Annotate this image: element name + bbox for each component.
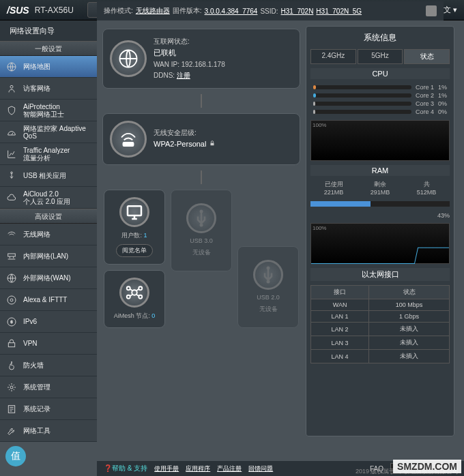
svg-point-18 <box>127 286 130 290</box>
sidebar-item[interactable]: 网络地图 <box>0 56 97 78</box>
eth-row: LAN 2未插入 <box>311 323 450 336</box>
sidebar-item[interactable]: Alexa & IFTTT <box>0 289 97 311</box>
aimesh-card[interactable]: AiMesh 节点: 0 <box>104 270 165 328</box>
usb20-card[interactable]: USB 2.0 无设备 <box>237 246 299 328</box>
internet-status-label: 互联网状态: <box>154 38 190 45</box>
eth-port: LAN 4 <box>311 350 369 363</box>
svg-rect-15 <box>210 143 214 145</box>
sidebar-item[interactable]: 6IPv6 <box>0 311 97 333</box>
sidebar-item-label: 外部网络(WAN) <box>23 274 71 282</box>
wifi-icon <box>5 228 18 241</box>
sidebar-item-label: 系统记录 <box>23 405 50 413</box>
mesh-icon <box>119 278 149 308</box>
eth-row: LAN 11 Gbps <box>311 311 450 323</box>
internet-card[interactable]: 互联网状态: 已联机 WAN IP: 192.168.1.178 DDNS: 注… <box>102 29 300 89</box>
eth-status: 未插入 <box>369 350 450 363</box>
sidebar-item[interactable]: 防火墙 <box>0 355 97 376</box>
tab-24ghz[interactable]: 2.4GHz <box>310 49 356 64</box>
sidebar-item[interactable]: AiCloud 2.0 个人云 2.0 应用 <box>0 187 97 209</box>
core-name: Core 2 <box>416 92 434 99</box>
sidebar-section-general: 一般设置 <box>0 41 97 56</box>
usb30-status: 无设备 <box>192 248 211 257</box>
usb30-card[interactable]: USB 3.0 无设备 <box>171 190 232 271</box>
sidebar-item-label: AiProtection 智能网络卫士 <box>23 103 64 118</box>
log-icon <box>5 403 18 415</box>
sidebar-item[interactable]: 系统管理 <box>0 376 97 398</box>
security-label: 无线安全层级: <box>154 128 216 138</box>
ssid1-link[interactable]: H31_702N <box>281 8 314 15</box>
svg-point-2 <box>10 85 13 88</box>
ssid2-link[interactable]: H31_702N_5G <box>316 8 362 15</box>
aimesh-label: AiMesh 节点: <box>114 312 150 319</box>
sidebar-item[interactable]: 网络监控家 Adaptive QoS <box>0 121 97 143</box>
sidebar-item[interactable]: 网络工具 <box>0 420 97 442</box>
eth-port: LAN 1 <box>311 311 369 323</box>
guest-icon <box>5 83 18 95</box>
eth-port: LAN 2 <box>311 323 369 336</box>
footer-manual[interactable]: 使用手册 <box>154 464 179 473</box>
wan-label: WAN IP: <box>154 61 179 68</box>
footer-register[interactable]: 产品注册 <box>217 464 242 473</box>
eth-row: LAN 3未插入 <box>311 336 450 350</box>
lan-icon <box>5 250 18 263</box>
tab-status[interactable]: 状态 <box>404 49 450 64</box>
sidebar-item[interactable]: AiProtection 智能网络卫士 <box>0 100 97 121</box>
footer-app[interactable]: 应用程序 <box>186 464 210 473</box>
clients-card[interactable]: 用户数: 1 阅览名单 <box>104 190 165 265</box>
sidebar-item-label: USB 相关应用 <box>23 172 66 179</box>
watermark: SMZDM.COM <box>393 460 461 473</box>
eth-status: 未插入 <box>369 336 450 350</box>
fw-link[interactable]: 3.0.0.4.384_7764 <box>205 8 258 15</box>
svg-rect-16 <box>128 206 141 215</box>
mode-link[interactable]: 无线路由器 <box>136 6 170 16</box>
sidebar-item[interactable]: 外部网络(WAN) <box>0 267 97 289</box>
clients-label: 用户数: <box>121 232 142 239</box>
wan-ip: 192.168.1.178 <box>182 61 225 68</box>
ddns-link[interactable]: 注册 <box>177 72 190 79</box>
sidebar-section-advanced: 高级设置 <box>0 209 97 224</box>
svg-point-25 <box>267 280 270 284</box>
sidebar-item[interactable]: 访客网络 <box>0 78 97 100</box>
sidebar-wizard[interactable]: 网络设置向导 <box>0 20 97 41</box>
tab-5ghz[interactable]: 5GHz <box>358 49 403 64</box>
ddns-label: DDNS: <box>154 72 175 79</box>
wizard-label: 网络设置向导 <box>10 26 55 36</box>
meter-icon <box>5 126 18 138</box>
router-icon <box>110 121 147 158</box>
ram-title: RAM <box>310 165 450 176</box>
core-row: Core 11% <box>310 83 450 91</box>
core-row: Core 21% <box>310 91 450 100</box>
sidebar-item-label: 网络地图 <box>23 63 50 70</box>
ram-graph: 100% <box>310 223 450 264</box>
internet-status: 已联机 <box>154 47 225 59</box>
svg-point-21 <box>139 295 142 298</box>
view-list-button[interactable]: 阅览名单 <box>116 244 153 257</box>
sidebar-item-label: 网络监控家 Adaptive QoS <box>23 125 86 140</box>
tool-icon <box>5 425 18 437</box>
monitor-icon <box>119 197 149 227</box>
help-link[interactable]: ❓帮助 & 支持 <box>104 464 147 473</box>
globe-icon <box>110 40 147 77</box>
usb-icon <box>253 260 283 290</box>
sidebar-item-label: 系统管理 <box>23 383 50 391</box>
tool-icon[interactable] <box>426 5 437 16</box>
ram-total-label: 共 <box>417 180 437 189</box>
cloud-icon <box>5 192 18 204</box>
sidebar-item[interactable]: 内部网络(LAN) <box>0 246 97 267</box>
sidebar-item[interactable]: Traffic Analyzer 流量分析 <box>0 143 97 165</box>
core-pct: 1% <box>438 84 447 91</box>
sidebar-item-label: IPv6 <box>23 318 37 325</box>
footer-feedback[interactable]: 回馈问题 <box>248 464 273 473</box>
sidebar-item-label: Traffic Analyzer 流量分析 <box>23 147 70 162</box>
eth-port: WAN <box>311 299 369 311</box>
sidebar-item[interactable]: VPN <box>0 333 97 355</box>
sidebar-item[interactable]: 系统记录 <box>0 398 97 420</box>
security-card[interactable]: 无线安全层级: WPA2-Personal <box>102 113 300 165</box>
sidebar-item[interactable]: 无线网络 <box>0 224 97 246</box>
sidebar-item[interactable]: USB 相关应用 <box>0 165 97 187</box>
eth-status: 1 Gbps <box>369 311 450 323</box>
usb-icon <box>186 203 216 233</box>
eth-status: 100 Mbps <box>369 299 450 311</box>
svg-point-23 <box>200 224 203 227</box>
svg-rect-4 <box>8 254 16 256</box>
